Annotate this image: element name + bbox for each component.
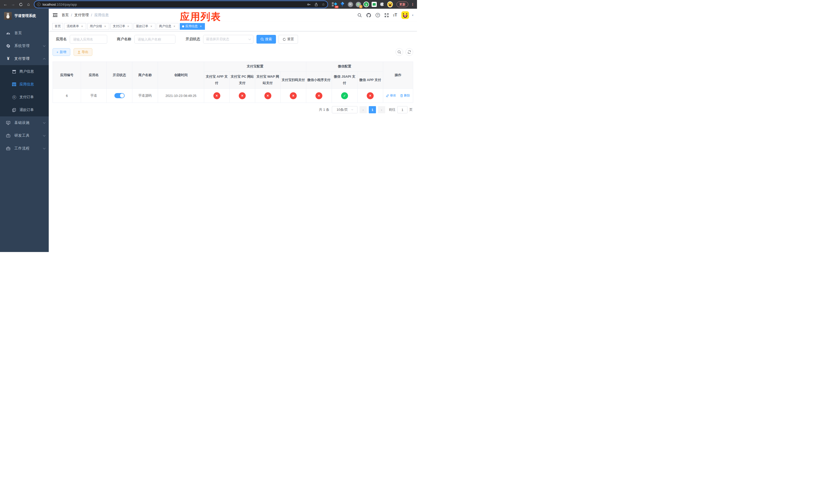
alipay-qr-disabled-icon: ×	[290, 92, 297, 99]
top-navbar: 首页 / 支付管理 / 应用信息 ? TT	[49, 9, 417, 22]
sidebar-item-app-info[interactable]: 应用信息	[0, 78, 49, 91]
sidebar-item-dev-tools[interactable]: 研发工具	[0, 129, 49, 142]
page-number-1[interactable]: 1	[369, 106, 376, 113]
extensions-puzzle-icon[interactable]	[379, 2, 385, 7]
table-toolbar: + 新增 导出	[52, 48, 413, 56]
col-app-name: 应用名	[81, 62, 107, 89]
col-alipay-app: 支付宝 APP 支付	[204, 71, 229, 89]
password-key-icon[interactable]	[307, 3, 311, 6]
chat-extension-icon[interactable]	[371, 2, 377, 7]
sidebar-item-refund-order[interactable]: 退款订单	[0, 104, 49, 116]
forward-icon[interactable]: →	[10, 1, 16, 8]
breadcrumb-payment[interactable]: 支付管理	[74, 13, 89, 18]
address-bar[interactable]: i localhost:1024/pay/app ☆	[35, 1, 328, 8]
profile-avatar-icon[interactable]	[387, 2, 393, 7]
chevron-down-icon	[43, 147, 46, 150]
status-toggle[interactable]	[114, 93, 125, 98]
prev-page-button[interactable]: ‹	[359, 106, 367, 113]
github-icon[interactable]	[366, 13, 371, 18]
bookmark-star-icon[interactable]: ☆	[322, 2, 325, 6]
delete-link[interactable]: 删除	[400, 93, 410, 98]
sidebar-logo-row[interactable]: 芋道管理系统	[0, 9, 49, 23]
sidebar-item-home[interactable]: 首页	[0, 27, 49, 40]
reset-button[interactable]: 重置	[279, 35, 298, 44]
export-button[interactable]: 导出	[73, 48, 92, 56]
fullscreen-icon[interactable]	[385, 13, 389, 18]
col-status: 开启状态	[107, 62, 132, 89]
user-avatar[interactable]	[401, 11, 409, 19]
breadcrumb-home[interactable]: 首页	[62, 13, 69, 18]
status-label: 开启状态	[186, 37, 200, 42]
sidebar-item-system[interactable]: 系统管理	[0, 40, 49, 52]
page-size-select[interactable]: 10条/页	[332, 106, 357, 113]
alipay-app-disabled-icon: ×	[213, 92, 220, 99]
annotation-title: 应用列表	[180, 10, 221, 23]
reload-icon[interactable]	[18, 1, 24, 8]
select-chevron-icon	[248, 38, 251, 40]
site-info-icon[interactable]: i	[37, 3, 41, 6]
font-size-icon[interactable]: TT	[393, 13, 397, 17]
status-select[interactable]: 请选择开启状态	[203, 35, 254, 44]
command-extension-icon[interactable]: ⌘	[348, 2, 353, 7]
extensions-tray: 10 ⌘ 1 y	[332, 2, 393, 7]
browser-menu-dots-icon[interactable]: ⋮	[411, 2, 414, 6]
close-icon[interactable]: ×	[173, 25, 176, 28]
merchant-name-label: 商户名称	[117, 37, 131, 42]
kite-extension-icon[interactable]	[339, 2, 345, 7]
refresh-button[interactable]	[405, 48, 413, 56]
breadcrumb-current: 应用信息	[94, 13, 109, 18]
url-text[interactable]: localhost:1024/pay/app	[43, 3, 303, 6]
chrome-update-button[interactable]: 更新	[396, 2, 408, 7]
pagination: 共 1 条 10条/页 ‹ 1 › 前往 页	[52, 106, 413, 113]
sidebar-collapse-icon[interactable]	[53, 13, 58, 17]
avatar-caret-icon[interactable]: ▾	[412, 14, 413, 17]
edit-link[interactable]: 修改	[386, 93, 396, 98]
home-icon[interactable]: ⌂	[25, 1, 32, 8]
yen-circle-icon: ¥	[11, 95, 17, 99]
goto-page-input[interactable]	[397, 106, 408, 113]
tab-refund-order[interactable]: 退款订单×	[134, 23, 155, 30]
help-icon[interactable]: ?	[375, 13, 380, 18]
tab-user-group[interactable]: 用户分组×	[87, 23, 109, 30]
close-icon[interactable]: ×	[80, 25, 84, 28]
goto-label: 前往	[389, 108, 395, 112]
sidebar-item-pay-order[interactable]: ¥ 支付订单	[0, 91, 49, 104]
y-logo-extension-icon[interactable]: y	[364, 2, 369, 7]
sidebar-item-workflow[interactable]: 工作流程	[0, 142, 49, 155]
close-icon[interactable]: ×	[103, 25, 107, 28]
close-icon[interactable]: ×	[199, 25, 203, 28]
total-count: 共 1 条	[319, 108, 329, 112]
back-icon[interactable]: ←	[2, 1, 9, 8]
tab-process-form[interactable]: 流程表单×	[64, 23, 86, 30]
next-page-button[interactable]: ›	[378, 106, 385, 113]
close-icon[interactable]: ×	[150, 25, 153, 28]
cell-merchant: 芋道源码	[132, 89, 158, 103]
tab-pay-order[interactable]: 支付订单×	[111, 23, 132, 30]
col-wechat-mini: 微信小程序支付	[306, 71, 332, 89]
toggle-search-button[interactable]	[395, 48, 403, 56]
pinned-tabs-extension-icon[interactable]: 10	[332, 2, 337, 7]
recorder-extension-icon[interactable]: 1	[355, 2, 361, 7]
sidebar-item-merchant-info[interactable]: 商户信息	[0, 65, 49, 78]
tab-app-info-active[interactable]: 应用信息×	[180, 23, 205, 30]
share-icon[interactable]	[314, 3, 318, 6]
grid-table-icon	[11, 83, 17, 86]
cell-app-id: 6	[53, 89, 81, 103]
dashboard-icon	[5, 31, 11, 35]
app-name-input[interactable]	[70, 35, 107, 44]
sidebar-item-infra[interactable]: 基础设施	[0, 116, 49, 129]
sidebar-item-payment[interactable]: ¥ 支付管理	[0, 52, 49, 65]
col-created: 创建时间	[158, 62, 204, 89]
add-button[interactable]: + 新增	[52, 48, 70, 56]
search-button[interactable]: 搜索	[257, 35, 276, 44]
briefcase-icon	[5, 147, 11, 150]
tab-merchant-info[interactable]: 商户信息×	[157, 23, 178, 30]
col-wechat-app: 微信 APP 支付	[357, 71, 383, 89]
monitor-check-icon	[5, 121, 11, 125]
header-search-icon[interactable]	[357, 13, 362, 18]
merchant-name-input[interactable]	[134, 35, 175, 44]
url-host: localhost	[43, 3, 56, 6]
close-icon[interactable]: ×	[127, 25, 130, 28]
col-group-alipay: 支付宝配置	[204, 62, 306, 71]
tab-home[interactable]: 首页	[52, 23, 63, 30]
